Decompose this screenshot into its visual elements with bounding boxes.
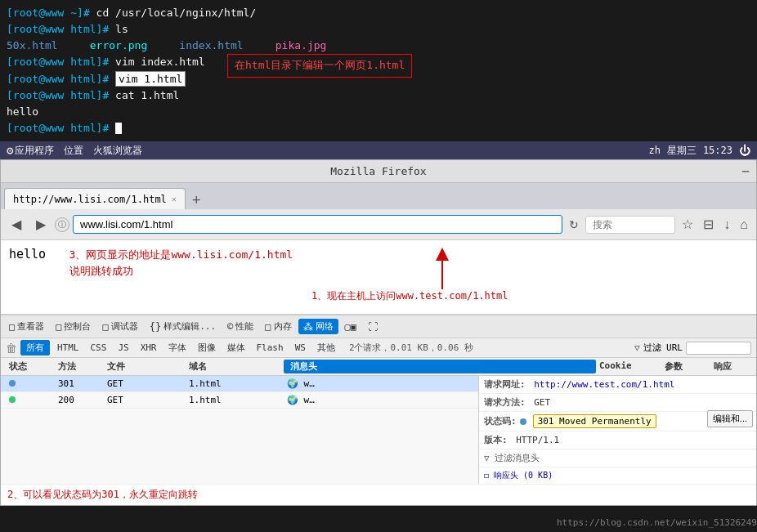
hello-text: hello <box>9 247 46 262</box>
devtools-tool-console[interactable]: □ 控制台 <box>51 319 96 334</box>
taskbar-locale: zh <box>648 145 660 156</box>
devtools-toolbar: □ 查看器 □ 控制台 □ 调试器 {} 样式编辑... © 性能 □ 内存 <box>1 315 756 338</box>
row1-status-indicator <box>6 378 55 390</box>
devtools-tool-extra1[interactable]: ▢▣ <box>340 320 361 334</box>
row2-method: GET <box>104 394 186 406</box>
terminal-line-8: hello <box>7 104 750 120</box>
terminal-line-6: [root@www html]# vim 1.html <box>7 71 205 87</box>
col-response[interactable]: 响应 <box>710 360 751 373</box>
devtools-tool-inspector[interactable]: □ 查看器 <box>4 319 49 334</box>
detail-req-method-label: 请求方法: <box>484 397 526 408</box>
network-row-1[interactable]: 301 GET 1.html 🌍 www.test.c... <box>1 376 478 392</box>
console-icon: □ <box>56 321 61 333</box>
taskbar-time: 15:23 <box>703 145 732 156</box>
tab-label: http://www.lisi.com/1.html <box>13 194 167 205</box>
filter-font[interactable]: 字体 <box>164 341 190 355</box>
filter-url-text: 过滤 URL <box>643 342 683 354</box>
filter-image[interactable]: 图像 <box>194 341 220 355</box>
filter-ws[interactable]: WS <box>291 342 310 354</box>
bookmark-list-icon[interactable]: ⊟ <box>700 215 717 234</box>
filter-html[interactable]: HTML <box>53 342 83 354</box>
extra2-icon: ⛶ <box>368 321 378 333</box>
style-icon: {} <box>150 321 161 333</box>
inspector-label: 查看器 <box>17 320 44 333</box>
url-bar[interactable] <box>73 215 562 234</box>
taskbar-apps[interactable]: ⚙ 应用程序 <box>7 144 54 158</box>
detail-req-url-label: 请求网址: <box>484 379 526 390</box>
delete-icon[interactable]: 🗑 <box>6 342 17 355</box>
devtools-tool-memory[interactable]: □ 内存 <box>260 319 296 334</box>
detail-version-row: 版本: HTTP/1.1 <box>479 431 756 449</box>
taskbar-power-icon[interactable]: ⏻ <box>739 144 750 157</box>
edit-resend-btn[interactable]: 编辑和... <box>707 410 753 427</box>
devtools-tool-style[interactable]: {} 样式编辑... <box>145 319 221 334</box>
col-method: 方法 <box>55 360 104 373</box>
back-btn[interactable]: ◀ <box>6 214 27 235</box>
taskbar-position[interactable]: 位置 <box>64 144 83 158</box>
bottom-annotation: 2、可以看见状态码为301，永久重定向跳转 <box>1 484 756 505</box>
taskbar: ⚙ 应用程序 位置 火狐浏览器 zh 星期三 15:23 ⏻ <box>0 141 757 159</box>
firefox-minimize-btn[interactable]: − <box>741 163 750 179</box>
reload-btn[interactable]: ↻ <box>566 218 582 231</box>
detail-version-label: 版本: <box>484 435 508 445</box>
annotation-arrow <box>352 244 532 293</box>
network-table: 状态 方法 文件 域名 消息头 Cookie 参数 响应 301 <box>1 358 756 484</box>
terminal: [root@www ~]# cd /usr/local/nginx/html/ … <box>0 0 757 141</box>
perf-label: 性能 <box>235 320 253 333</box>
bookmark-icon[interactable]: ☆ <box>679 215 697 234</box>
tab-close-btn[interactable]: ✕ <box>172 194 177 203</box>
annotation-301-text: 2、可以看见状态码为301，永久重定向跳转 <box>7 489 198 500</box>
col-cookie[interactable]: Cookie <box>596 360 661 373</box>
detail-req-url-value: http://www.test.com/1.html <box>534 379 674 390</box>
security-icon[interactable]: ⓘ <box>55 217 69 232</box>
terminal-line-5: [root@www html]# vim index.html <box>7 54 205 70</box>
perf-icon: © <box>227 321 233 333</box>
terminal-line-9: [root@www html]# <box>7 120 750 136</box>
col-params[interactable]: 参数 <box>661 360 710 373</box>
devtools-tool-network[interactable]: ⁂ 网络 <box>298 319 338 334</box>
taskbar-day: 星期三 <box>667 144 697 158</box>
forward-btn[interactable]: ▶ <box>30 214 52 235</box>
terminal-cursor <box>115 123 122 134</box>
row2-domain: 🌍 www.lisi.c... <box>284 394 318 406</box>
filter-media[interactable]: 媒体 <box>223 341 249 355</box>
firefox-toolbar: ◀ ▶ ⓘ ↻ ☆ ⊟ ↓ ⌂ <box>1 209 756 240</box>
status-dot-detail <box>520 418 526 425</box>
firefox-window: Mozilla Firefox − http://www.lisi.com/1.… <box>0 159 757 506</box>
filter-js[interactable]: JS <box>114 342 132 354</box>
terminal-cmd: cd /usr/local/nginx/html/ <box>96 7 257 19</box>
toolbar-icons: ☆ ⊟ ↓ ⌂ <box>679 215 751 234</box>
browser-tab[interactable]: http://www.lisi.com/1.html ✕ <box>4 188 186 209</box>
taskbar-browser[interactable]: 火狐浏览器 <box>93 144 142 158</box>
filter-other[interactable]: 其他 <box>313 341 339 355</box>
filter-css[interactable]: CSS <box>87 342 111 354</box>
col-message[interactable]: 消息头 <box>284 360 596 373</box>
home-icon[interactable]: ⌂ <box>737 216 751 234</box>
memory-icon: □ <box>265 321 271 333</box>
search-input[interactable] <box>585 216 675 234</box>
row1-file: 1.html <box>186 378 284 390</box>
firefox-title: Mozilla Firefox <box>330 165 426 177</box>
row2-status: 200 <box>55 394 104 406</box>
network-label: 网络 <box>316 320 334 333</box>
detail-filter-headers[interactable]: ▽ 过滤消息头 <box>479 449 756 467</box>
devtools-tool-debugger[interactable]: □ 调试器 <box>97 319 142 334</box>
detail-status-label: 状态码: <box>484 415 517 427</box>
new-tab-btn[interactable]: + <box>187 192 206 209</box>
filter-url-input[interactable] <box>686 342 751 355</box>
terminal-annotation: 在html目录下编辑一个网页1.html <box>227 54 412 77</box>
apps-icon: ⚙ <box>7 144 13 157</box>
apps-label[interactable]: 应用程序 <box>15 144 54 158</box>
filter-right: ▽ 过滤 URL <box>634 342 751 355</box>
download-icon[interactable]: ↓ <box>720 216 733 234</box>
filter-all-btn[interactable]: 所有 <box>20 340 50 355</box>
terminal-line-3: 50x.html error.png index.html pika.jpg <box>7 38 750 54</box>
extra1-icon: ▢▣ <box>345 321 356 333</box>
filter-flash[interactable]: Flash <box>253 342 288 354</box>
watermark: https://blog.csdn.net/weixin_51326249 <box>557 517 757 528</box>
filter-xhr[interactable]: XHR <box>137 342 161 354</box>
devtools-tool-extra2[interactable]: ⛶ <box>363 320 383 334</box>
row1-method: GET <box>104 378 186 390</box>
devtools-tool-perf[interactable]: © 性能 <box>222 319 258 334</box>
network-row-2[interactable]: 200 GET 1.html 🌍 www.lisi.c... <box>1 392 478 409</box>
